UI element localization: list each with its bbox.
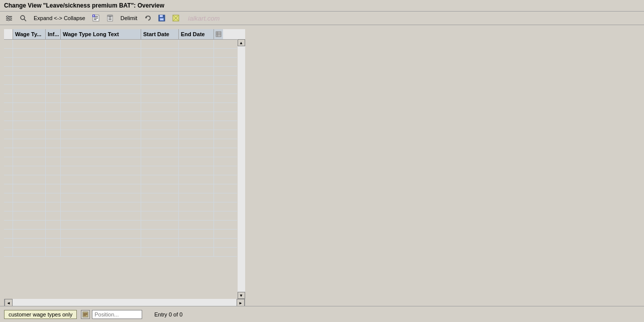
cell-start-date (141, 157, 179, 166)
row-selector[interactable] (4, 166, 13, 175)
row-selector[interactable] (4, 112, 13, 121)
row-selector[interactable] (4, 157, 13, 166)
cell-end-date (179, 94, 214, 103)
cell-long-text (61, 103, 141, 112)
table-row[interactable] (4, 94, 245, 103)
cell-wage-type (13, 121, 46, 130)
row-selector[interactable] (4, 148, 13, 157)
cell-wage-type (13, 230, 46, 239)
cell-inf (46, 248, 61, 257)
table-row[interactable] (4, 121, 245, 130)
undo-btn[interactable] (142, 13, 154, 23)
table-row[interactable] (4, 40, 245, 49)
row-selector[interactable] (4, 221, 13, 230)
expand-collapse-btn[interactable]: Expand <-> Collapse (31, 14, 88, 22)
table-row[interactable] (4, 193, 245, 202)
refresh-btn[interactable] (170, 13, 182, 23)
table-row[interactable] (4, 67, 245, 76)
cell-start-date (141, 85, 179, 94)
scroll-down-btn[interactable]: ▼ (238, 292, 245, 299)
table-row[interactable] (4, 85, 245, 94)
row-selector[interactable] (4, 49, 13, 58)
cell-end-date (179, 112, 214, 121)
cell-long-text (61, 193, 141, 202)
cell-end-date (179, 67, 214, 76)
cell-wage-type (13, 175, 46, 184)
row-selector[interactable] (4, 103, 13, 112)
table-row[interactable] (4, 112, 245, 121)
data-table: Wage Ty... Inf... Wage Type Long Text St… (4, 29, 245, 299)
cell-end-date (179, 103, 214, 112)
cell-wage-type (13, 239, 46, 248)
row-selector[interactable] (4, 230, 13, 239)
cell-long-text (61, 148, 141, 157)
cell-end-date (179, 248, 214, 257)
table-settings-button[interactable] (214, 29, 223, 39)
table-row[interactable] (4, 184, 245, 193)
cell-long-text (61, 49, 141, 58)
table-row[interactable] (4, 130, 245, 139)
table-row[interactable] (4, 221, 245, 230)
title-bar: Change View "Leave/sickness premium BAT"… (0, 0, 644, 12)
table-row[interactable] (4, 58, 245, 67)
table-row[interactable] (4, 248, 245, 257)
table-row[interactable] (4, 49, 245, 58)
cell-long-text (61, 157, 141, 166)
row-selector[interactable] (4, 67, 13, 76)
cell-wage-type (13, 40, 46, 49)
table-row[interactable] (4, 139, 245, 148)
search-btn[interactable] (17, 13, 29, 23)
cell-wage-type (13, 211, 46, 221)
table-row[interactable] (4, 157, 245, 166)
cell-inf (46, 67, 61, 76)
table-row[interactable] (4, 239, 245, 248)
row-selector[interactable] (4, 175, 13, 184)
save-btn[interactable] (156, 13, 168, 23)
row-selector[interactable] (4, 40, 13, 49)
row-selector[interactable] (4, 248, 13, 257)
cell-inf (46, 157, 61, 166)
row-selector[interactable] (4, 94, 13, 103)
table-row[interactable] (4, 103, 245, 112)
settings-btn[interactable] (3, 13, 15, 23)
table-row[interactable] (4, 211, 245, 221)
new-entries-btn[interactable] (90, 13, 102, 23)
table-row[interactable] (4, 202, 245, 211)
status-bar: customer wage types only Entry 0 of 0 (0, 306, 644, 322)
cell-end-date (179, 40, 214, 49)
vertical-scrollbar[interactable]: ▲ ▼ (237, 39, 245, 299)
table-row[interactable] (4, 166, 245, 175)
table-row[interactable] (4, 230, 245, 239)
row-selector[interactable] (4, 130, 13, 139)
position-input[interactable] (92, 310, 142, 319)
row-selector[interactable] (4, 85, 13, 94)
table-row[interactable] (4, 175, 245, 184)
customer-wage-types-button[interactable]: customer wage types only (4, 310, 77, 319)
delete-btn[interactable] (104, 13, 116, 23)
row-selector[interactable] (4, 202, 13, 211)
scroll-up-btn[interactable]: ▲ (238, 39, 245, 46)
cell-long-text (61, 67, 141, 76)
delimit-btn[interactable]: Delimit (118, 14, 140, 22)
cell-inf (46, 121, 61, 130)
scroll-track[interactable] (238, 46, 245, 292)
row-selector[interactable] (4, 58, 13, 67)
col-header-start-date: Start Date (141, 29, 179, 39)
row-selector[interactable] (4, 211, 13, 221)
row-selector[interactable] (4, 76, 13, 85)
cell-start-date (141, 139, 179, 148)
cell-end-date (179, 166, 214, 175)
table-row[interactable] (4, 76, 245, 85)
refresh-icon (172, 14, 180, 22)
cell-inf (46, 211, 61, 221)
cell-long-text (61, 211, 141, 221)
row-selector[interactable] (4, 121, 13, 130)
h-scroll-track[interactable] (13, 299, 237, 306)
svg-line-7 (24, 19, 26, 21)
row-selector[interactable] (4, 184, 13, 193)
table-row[interactable] (4, 148, 245, 157)
row-selector[interactable] (4, 139, 13, 148)
cell-inf (46, 85, 61, 94)
row-selector[interactable] (4, 193, 13, 202)
row-selector[interactable] (4, 239, 13, 248)
